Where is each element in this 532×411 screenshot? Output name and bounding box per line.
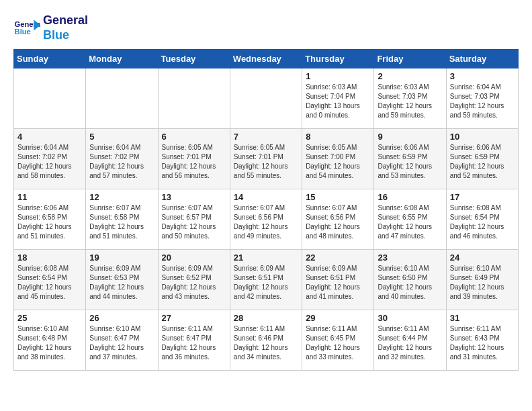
day-info: Sunrise: 6:09 AM Sunset: 6:52 PM Dayligh…	[162, 264, 226, 302]
day-info: Sunrise: 6:04 AM Sunset: 7:03 PM Dayligh…	[450, 83, 515, 120]
day-cell-5: 5Sunrise: 6:04 AM Sunset: 7:02 PM Daylig…	[86, 129, 158, 189]
day-info: Sunrise: 6:07 AM Sunset: 6:56 PM Dayligh…	[306, 203, 370, 241]
day-info: Sunrise: 6:10 AM Sunset: 6:49 PM Dayligh…	[450, 264, 515, 302]
empty-cell	[230, 68, 302, 129]
day-cell-20: 20Sunrise: 6:09 AM Sunset: 6:52 PM Dayli…	[158, 250, 230, 310]
day-info: Sunrise: 6:11 AM Sunset: 6:46 PM Dayligh…	[234, 324, 298, 362]
day-cell-13: 13Sunrise: 6:07 AM Sunset: 6:57 PM Dayli…	[158, 189, 230, 250]
day-info: Sunrise: 6:06 AM Sunset: 6:59 PM Dayligh…	[450, 143, 515, 181]
day-number: 26	[89, 313, 154, 323]
day-info: Sunrise: 6:11 AM Sunset: 6:43 PM Dayligh…	[450, 324, 515, 362]
day-info: Sunrise: 6:05 AM Sunset: 7:00 PM Dayligh…	[306, 143, 370, 181]
day-cell-17: 17Sunrise: 6:08 AM Sunset: 6:54 PM Dayli…	[446, 189, 518, 250]
day-cell-19: 19Sunrise: 6:09 AM Sunset: 6:53 PM Dayli…	[86, 250, 158, 310]
day-cell-22: 22Sunrise: 6:09 AM Sunset: 6:51 PM Dayli…	[302, 250, 374, 310]
day-info: Sunrise: 6:03 AM Sunset: 7:03 PM Dayligh…	[378, 83, 442, 120]
calendar-table: SundayMondayTuesdayWednesdayThursdayFrid…	[13, 49, 519, 371]
day-number: 15	[306, 192, 370, 202]
day-number: 9	[378, 132, 442, 142]
day-number: 1	[306, 71, 370, 81]
weekday-header-wednesday: Wednesday	[230, 50, 302, 68]
day-info: Sunrise: 6:09 AM Sunset: 6:53 PM Dayligh…	[89, 264, 154, 302]
day-cell-2: 2Sunrise: 6:03 AM Sunset: 7:03 PM Daylig…	[374, 68, 446, 129]
day-cell-14: 14Sunrise: 6:07 AM Sunset: 6:56 PM Dayli…	[230, 189, 302, 250]
day-number: 13	[162, 192, 226, 202]
empty-cell	[86, 68, 158, 129]
svg-text:Blue: Blue	[15, 28, 31, 36]
day-info: Sunrise: 6:09 AM Sunset: 6:51 PM Dayligh…	[306, 264, 370, 302]
day-info: Sunrise: 6:10 AM Sunset: 6:48 PM Dayligh…	[17, 324, 82, 362]
day-cell-26: 26Sunrise: 6:10 AM Sunset: 6:47 PM Dayli…	[86, 310, 158, 371]
day-info: Sunrise: 6:08 AM Sunset: 6:54 PM Dayligh…	[17, 264, 82, 302]
day-number: 16	[378, 192, 442, 202]
weekday-header-monday: Monday	[86, 50, 158, 68]
page-header: General Blue General Blue	[13, 13, 519, 42]
day-cell-30: 30Sunrise: 6:11 AM Sunset: 6:44 PM Dayli…	[374, 310, 446, 371]
day-cell-6: 6Sunrise: 6:05 AM Sunset: 7:01 PM Daylig…	[158, 129, 230, 189]
logo: General Blue General Blue	[13, 13, 88, 42]
day-cell-4: 4Sunrise: 6:04 AM Sunset: 7:02 PM Daylig…	[14, 129, 86, 189]
day-info: Sunrise: 6:06 AM Sunset: 6:59 PM Dayligh…	[378, 143, 442, 181]
day-number: 30	[378, 313, 442, 323]
day-info: Sunrise: 6:09 AM Sunset: 6:51 PM Dayligh…	[234, 264, 298, 302]
weekday-header-thursday: Thursday	[302, 50, 374, 68]
day-cell-29: 29Sunrise: 6:11 AM Sunset: 6:45 PM Dayli…	[302, 310, 374, 371]
day-info: Sunrise: 6:06 AM Sunset: 6:58 PM Dayligh…	[17, 203, 82, 241]
day-number: 4	[17, 132, 82, 142]
day-number: 31	[450, 313, 515, 323]
day-number: 14	[234, 192, 298, 202]
day-cell-12: 12Sunrise: 6:07 AM Sunset: 6:58 PM Dayli…	[86, 189, 158, 250]
day-number: 11	[17, 192, 82, 202]
day-cell-8: 8Sunrise: 6:05 AM Sunset: 7:00 PM Daylig…	[302, 129, 374, 189]
day-number: 8	[306, 132, 370, 142]
day-cell-3: 3Sunrise: 6:04 AM Sunset: 7:03 PM Daylig…	[446, 68, 518, 129]
day-number: 2	[378, 71, 442, 81]
day-cell-10: 10Sunrise: 6:06 AM Sunset: 6:59 PM Dayli…	[446, 129, 518, 189]
day-info: Sunrise: 6:03 AM Sunset: 7:04 PM Dayligh…	[306, 83, 370, 120]
day-number: 12	[89, 192, 154, 202]
day-cell-21: 21Sunrise: 6:09 AM Sunset: 6:51 PM Dayli…	[230, 250, 302, 310]
day-cell-9: 9Sunrise: 6:06 AM Sunset: 6:59 PM Daylig…	[374, 129, 446, 189]
week-row-3: 11Sunrise: 6:06 AM Sunset: 6:58 PM Dayli…	[14, 189, 519, 250]
day-number: 10	[450, 132, 515, 142]
day-number: 6	[162, 132, 226, 142]
week-row-2: 4Sunrise: 6:04 AM Sunset: 7:02 PM Daylig…	[14, 129, 519, 189]
logo-text-general: General	[43, 13, 88, 28]
day-info: Sunrise: 6:04 AM Sunset: 7:02 PM Dayligh…	[89, 143, 154, 181]
day-number: 17	[450, 192, 515, 202]
day-info: Sunrise: 6:07 AM Sunset: 6:56 PM Dayligh…	[234, 203, 298, 241]
day-info: Sunrise: 6:08 AM Sunset: 6:54 PM Dayligh…	[450, 203, 515, 241]
day-number: 25	[17, 313, 82, 323]
day-info: Sunrise: 6:07 AM Sunset: 6:57 PM Dayligh…	[162, 203, 226, 241]
day-cell-7: 7Sunrise: 6:05 AM Sunset: 7:01 PM Daylig…	[230, 129, 302, 189]
week-row-5: 25Sunrise: 6:10 AM Sunset: 6:48 PM Dayli…	[14, 310, 519, 371]
day-number: 28	[234, 313, 298, 323]
weekday-header-tuesday: Tuesday	[158, 50, 230, 68]
weekday-header-saturday: Saturday	[446, 50, 518, 68]
day-number: 27	[162, 313, 226, 323]
day-cell-28: 28Sunrise: 6:11 AM Sunset: 6:46 PM Dayli…	[230, 310, 302, 371]
weekday-header-friday: Friday	[374, 50, 446, 68]
day-number: 3	[450, 71, 515, 81]
day-number: 22	[306, 253, 370, 263]
day-info: Sunrise: 6:04 AM Sunset: 7:02 PM Dayligh…	[17, 143, 82, 181]
day-number: 7	[234, 132, 298, 142]
day-info: Sunrise: 6:11 AM Sunset: 6:47 PM Dayligh…	[162, 324, 226, 362]
day-number: 21	[234, 253, 298, 263]
day-cell-25: 25Sunrise: 6:10 AM Sunset: 6:48 PM Dayli…	[14, 310, 86, 371]
day-number: 5	[89, 132, 154, 142]
day-info: Sunrise: 6:10 AM Sunset: 6:50 PM Dayligh…	[378, 264, 442, 302]
day-cell-1: 1Sunrise: 6:03 AM Sunset: 7:04 PM Daylig…	[302, 68, 374, 129]
day-info: Sunrise: 6:07 AM Sunset: 6:58 PM Dayligh…	[89, 203, 154, 241]
day-cell-18: 18Sunrise: 6:08 AM Sunset: 6:54 PM Dayli…	[14, 250, 86, 310]
day-number: 29	[306, 313, 370, 323]
day-cell-11: 11Sunrise: 6:06 AM Sunset: 6:58 PM Dayli…	[14, 189, 86, 250]
day-number: 18	[17, 253, 82, 263]
day-info: Sunrise: 6:11 AM Sunset: 6:45 PM Dayligh…	[306, 324, 370, 362]
day-number: 24	[450, 253, 515, 263]
day-info: Sunrise: 6:08 AM Sunset: 6:55 PM Dayligh…	[378, 203, 442, 241]
day-cell-31: 31Sunrise: 6:11 AM Sunset: 6:43 PM Dayli…	[446, 310, 518, 371]
day-cell-15: 15Sunrise: 6:07 AM Sunset: 6:56 PM Dayli…	[302, 189, 374, 250]
weekday-header-sunday: Sunday	[14, 50, 86, 68]
logo-text-blue: Blue	[43, 28, 88, 43]
